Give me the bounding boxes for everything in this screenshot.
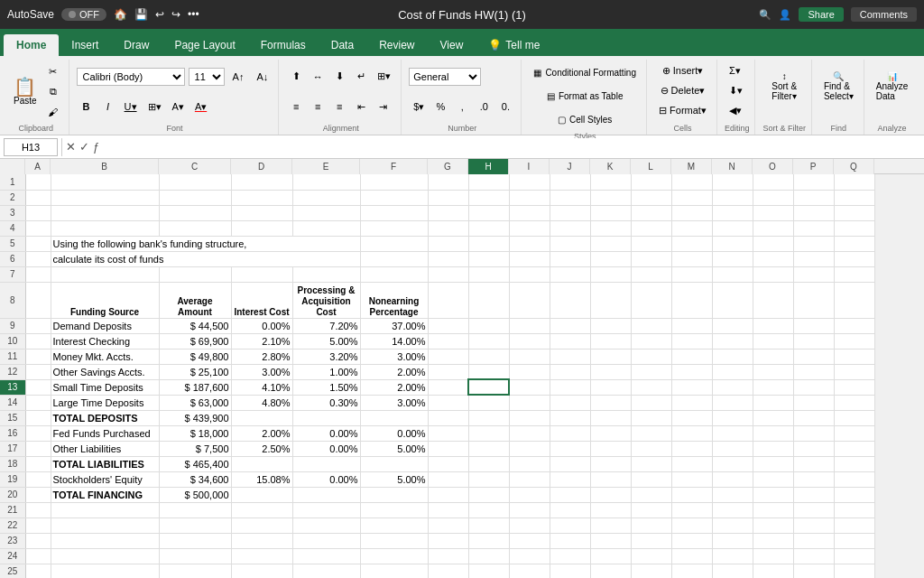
grid-cell[interactable] [428,533,468,548]
grid-cell[interactable] [292,456,360,471]
grid-cell[interactable]: 24 [0,548,25,564]
grid-cell[interactable] [712,456,753,471]
grid-cell[interactable]: 15 [0,410,25,425]
grid-cell[interactable] [292,220,360,236]
grid-cell[interactable] [468,533,509,548]
grid-cell[interactable] [550,425,590,441]
grid-cell[interactable] [712,533,753,548]
grid-cell[interactable] [231,548,292,564]
grid-cell[interactable] [509,425,550,441]
grid-cell[interactable] [550,471,590,487]
grid-cell[interactable] [468,364,509,379]
grid-cell[interactable] [468,548,509,564]
grid-cell[interactable] [712,251,753,266]
table-row[interactable]: 14Large Time Deposits$ 63,0004.80%0.30%3… [0,395,874,410]
grid-cell[interactable] [231,564,292,578]
grid-cell[interactable] [25,487,51,502]
grid-cell[interactable] [550,395,590,410]
grid-cell[interactable]: Stockholders' Equity [51,471,159,487]
grid-cell[interactable] [753,251,793,266]
col-header-O[interactable]: O [753,159,793,174]
bold-button[interactable]: B [77,98,97,116]
grid-cell[interactable]: 0.00% [360,425,428,441]
grid-cell[interactable] [712,220,753,236]
grid-cell[interactable] [834,174,874,190]
grid-cell[interactable] [509,395,550,410]
grid-cell[interactable]: $ 44,500 [159,318,231,333]
grid-cell[interactable] [793,425,834,441]
grid-cell[interactable] [631,266,671,282]
grid-cell[interactable] [550,282,590,318]
decrease-decimal-button[interactable]: 0. [495,98,515,116]
grid-cell[interactable] [590,533,631,548]
grid-cell[interactable] [753,364,793,379]
autosum-button[interactable]: Σ▾ [725,61,745,79]
grid-cell[interactable] [712,236,753,251]
grid-cell[interactable] [550,318,590,333]
grid-cell[interactable]: 2 [0,190,25,205]
grid-cell[interactable]: 4.80% [231,395,292,410]
grid-cell[interactable] [631,410,671,425]
grid-cell[interactable] [793,548,834,564]
grid-cell[interactable] [590,190,631,205]
grid-cell[interactable] [631,349,671,364]
grid-cell[interactable]: 6 [0,251,25,266]
account-icon[interactable]: 👤 [779,9,791,21]
grid-cell[interactable]: 0.00% [292,441,360,456]
grid-cell[interactable] [671,533,712,548]
grid-cell[interactable] [468,174,509,190]
grid-cell[interactable]: 1 [0,174,25,190]
grid-cell[interactable]: 1.00% [292,364,360,379]
grid-cell[interactable] [793,236,834,251]
grid-cell[interactable] [550,220,590,236]
grid-cell[interactable] [231,502,292,517]
grid-cell[interactable] [509,548,550,564]
grid-cell[interactable] [834,236,874,251]
grid-cell[interactable] [590,266,631,282]
grid-cell[interactable]: 2.00% [360,364,428,379]
grid-cell[interactable] [753,349,793,364]
grid-cell[interactable] [428,174,468,190]
grid-cell[interactable] [834,548,874,564]
grid-cell[interactable]: 12 [0,364,25,379]
grid-cell[interactable]: $ 25,100 [159,364,231,379]
comma-button[interactable]: , [452,98,472,116]
grid-cell[interactable] [509,220,550,236]
grid-cell[interactable] [834,349,874,364]
grid-cell[interactable] [631,502,671,517]
grid-cell[interactable] [753,318,793,333]
cut-button[interactable]: ✂ [43,63,63,81]
grid-cell[interactable] [25,379,51,395]
grid-cell[interactable] [509,487,550,502]
grid-cell[interactable] [590,220,631,236]
grid-cell[interactable] [671,266,712,282]
grid-cell[interactable] [25,174,51,190]
grid-cell[interactable] [231,220,292,236]
col-header-Q[interactable]: Q [834,159,874,174]
cancel-formula-icon[interactable]: ✕ [66,140,76,154]
grid-cell[interactable] [753,441,793,456]
grid-cell[interactable] [159,174,231,190]
grid-cell[interactable] [712,548,753,564]
grid-cell[interactable] [631,517,671,533]
grid-cell[interactable] [753,564,793,578]
table-row[interactable]: 15TOTAL DEPOSITS$ 439,900 [0,410,874,425]
grid-cell[interactable]: 25 [0,564,25,578]
grid-cell[interactable] [428,471,468,487]
grid-cell[interactable] [509,471,550,487]
grid-cell[interactable] [468,236,509,251]
grid-cell[interactable] [428,205,468,220]
grid-cell[interactable] [25,395,51,410]
grid-cell[interactable] [468,487,509,502]
grid-cell[interactable] [631,471,671,487]
grid-cell[interactable]: 1.50% [292,379,360,395]
grid-cell[interactable] [834,364,874,379]
grid-cell[interactable] [753,502,793,517]
col-header-D[interactable]: D [231,159,292,174]
grid-cell[interactable] [753,205,793,220]
table-row[interactable]: 12Other Savings Accts.$ 25,1003.00%1.00%… [0,364,874,379]
grid-cell[interactable] [834,333,874,349]
fill-color-button[interactable]: A▾ [168,98,189,116]
grid-cell[interactable]: 3.00% [360,349,428,364]
increase-font-button[interactable]: A↑ [228,68,249,86]
